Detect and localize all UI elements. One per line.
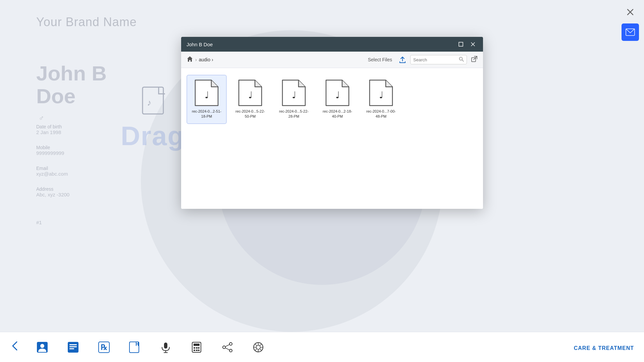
toolbar-right-controls: Select Files <box>365 55 478 64</box>
email-field: Email xyz@abc.com <box>36 166 69 177</box>
upload-button[interactable] <box>399 56 406 63</box>
address-field: Address Abc, xyz -3200 <box>36 186 69 198</box>
dob-label: Date of birth <box>36 124 69 129</box>
select-files-button[interactable]: Select Files <box>365 56 395 64</box>
search-input[interactable] <box>413 57 457 62</box>
svg-text:℞: ℞ <box>101 343 107 352</box>
profile-hash: #1 <box>36 220 42 225</box>
file-icon: ♩ <box>325 79 350 106</box>
file-item[interactable]: ♩ rec-2024-0...5-22-28-PM <box>274 75 314 124</box>
file-item[interactable]: ♩ rec-2024-0...2-51-18-PM <box>186 75 227 124</box>
bottom-nav: ℞ <box>0 332 644 362</box>
svg-marker-8 <box>187 56 193 62</box>
svg-point-24 <box>40 344 44 348</box>
svg-text:♩: ♩ <box>335 90 340 100</box>
profile-name-line2: Doe <box>36 84 75 108</box>
gender-icon: ♂ <box>39 114 44 123</box>
file-name: rec-2024-0...2-51-18-PM <box>192 109 221 119</box>
nav-notes-button[interactable] <box>119 341 150 353</box>
address-value: Abc, xyz -3200 <box>36 192 69 197</box>
brand-name: Your Brand Name <box>36 15 137 29</box>
svg-text:♩: ♩ <box>292 90 296 100</box>
profile-details: Date of birth 2 Jan 1998 Mobile 99999999… <box>36 124 69 198</box>
close-button[interactable] <box>622 3 639 21</box>
file-item[interactable]: ♩ rec-2024-0...2-18-40-PM <box>317 75 358 124</box>
svg-rect-28 <box>69 348 74 349</box>
breadcrumb: › audio › <box>186 56 361 64</box>
dob-field: Date of birth 2 Jan 1998 <box>36 124 69 135</box>
svg-rect-40 <box>194 347 195 349</box>
nav-rx-button[interactable]: ℞ <box>89 341 119 353</box>
svg-line-10 <box>462 60 464 62</box>
svg-line-50 <box>225 348 229 350</box>
svg-rect-0 <box>143 87 163 114</box>
svg-text:♩: ♩ <box>379 90 383 100</box>
nav-back-button[interactable] <box>10 339 27 355</box>
maximize-button[interactable] <box>456 41 466 48</box>
svg-rect-26 <box>69 344 77 345</box>
mail-button[interactable] <box>622 23 639 41</box>
address-label: Address <box>36 186 69 192</box>
svg-text:♩: ♩ <box>248 90 253 100</box>
svg-rect-45 <box>198 350 200 351</box>
top-right-controls <box>622 3 639 41</box>
svg-rect-41 <box>196 347 198 349</box>
file-browser-toolbar: › audio › Select Files <box>181 52 483 68</box>
file-icon: ♩ <box>282 79 306 106</box>
mobile-value: 9999999999 <box>36 150 64 156</box>
svg-point-47 <box>223 346 225 349</box>
titlebar-controls <box>456 41 478 48</box>
nav-microphone-button[interactable] <box>150 341 181 353</box>
svg-rect-27 <box>69 346 77 347</box>
breadcrumb-folder-label: audio <box>199 57 210 62</box>
modal-title: John B Doe <box>186 42 213 47</box>
svg-line-59 <box>260 344 262 346</box>
file-name: rec-2024-0...2-18-40-PM <box>323 109 352 119</box>
mobile-field: Mobile 9999999999 <box>36 145 69 156</box>
file-item[interactable]: ♩ rec-2024-0...7-00-48-PM <box>361 75 401 124</box>
file-browser-modal: John B Doe › <box>181 37 483 209</box>
svg-text:♪: ♪ <box>147 98 152 108</box>
audio-bg-icon: ♪ <box>141 85 171 125</box>
modal-titlebar: John B Doe <box>181 37 483 52</box>
breadcrumb-separator: › <box>195 57 197 62</box>
search-icon <box>459 57 464 63</box>
file-item[interactable]: ♩ rec-2024-0...5-22-50-PM <box>230 75 270 124</box>
breadcrumb-folder-chevron: › <box>212 57 213 62</box>
svg-rect-42 <box>198 347 200 349</box>
svg-point-48 <box>229 349 232 352</box>
external-link-button[interactable] <box>471 56 478 64</box>
file-grid: ♩ rec-2024-0...2-51-18-PM ♩ rec-2024-0..… <box>181 68 483 209</box>
file-icon: ♩ <box>238 79 262 106</box>
svg-line-57 <box>255 344 257 346</box>
svg-line-12 <box>474 56 477 60</box>
file-icon: ♩ <box>369 79 393 106</box>
file-name: rec-2024-0...5-22-28-PM <box>279 109 309 119</box>
file-name: rec-2024-0...7-00-48-PM <box>366 109 396 119</box>
profile-name-line1: John B <box>36 62 107 85</box>
modal-close-button[interactable] <box>468 41 478 48</box>
email-label: Email <box>36 166 69 171</box>
care-treatment-label: CARE & TREATMENT <box>574 345 634 351</box>
svg-rect-44 <box>196 350 198 351</box>
svg-rect-31 <box>129 342 139 353</box>
dob-value: 2 Jan 1998 <box>36 129 61 135</box>
nav-documents-button[interactable] <box>58 341 89 353</box>
svg-line-49 <box>225 345 229 347</box>
nav-share-button[interactable] <box>212 341 243 353</box>
svg-point-46 <box>229 343 232 345</box>
svg-line-58 <box>260 349 262 351</box>
search-box <box>410 55 467 64</box>
nav-contacts-button[interactable] <box>27 341 58 353</box>
nav-calculator-button[interactable] <box>181 341 212 353</box>
home-breadcrumb-button[interactable] <box>186 56 193 64</box>
svg-rect-43 <box>194 350 195 351</box>
mobile-label: Mobile <box>36 145 69 150</box>
breadcrumb-folder[interactable]: audio › <box>199 57 213 62</box>
profile-name-large: John B Doe <box>36 62 107 108</box>
svg-rect-39 <box>194 344 200 346</box>
svg-rect-35 <box>164 343 167 349</box>
nav-camera-button[interactable] <box>243 341 274 353</box>
svg-rect-5 <box>459 42 463 46</box>
file-icon: ♩ <box>195 79 219 106</box>
